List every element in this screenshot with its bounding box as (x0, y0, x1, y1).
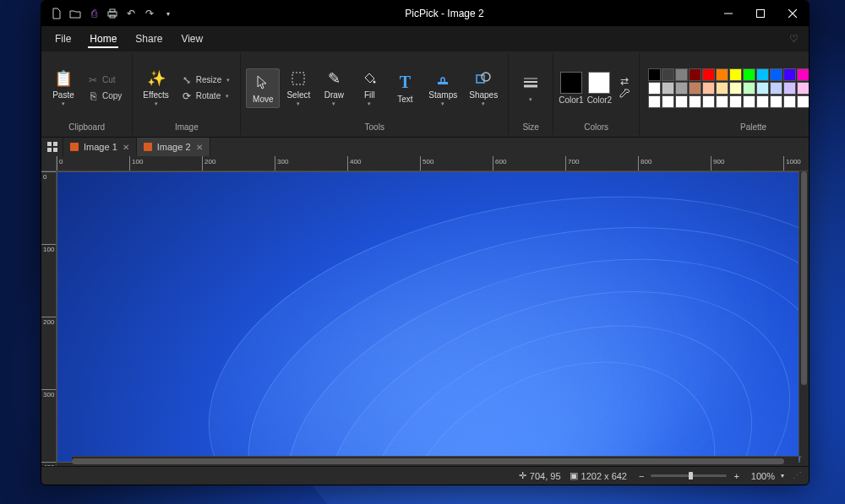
palette-swatch[interactable] (729, 82, 742, 95)
color-palette (645, 67, 810, 110)
maximize-button[interactable] (744, 1, 777, 26)
paste-label: Paste (52, 90, 74, 100)
ruler-tick-label: 1000 (786, 158, 801, 165)
palette-swatch[interactable] (770, 95, 782, 108)
copy-button[interactable]: ⎘Copy (82, 89, 127, 104)
lines-icon (522, 73, 539, 94)
palette-swatch[interactable] (743, 82, 755, 95)
cursor-icon (256, 73, 270, 93)
ruler-tick-label: 0 (43, 173, 46, 181)
qat-dropdown-icon[interactable]: ▾ (160, 5, 177, 22)
redo-icon[interactable]: ↷ (141, 5, 158, 22)
close-tab-icon[interactable]: ✕ (196, 143, 203, 152)
group-label: Size (514, 121, 548, 133)
canvas[interactable] (57, 171, 800, 463)
doc-tab-2[interactable]: Image 2✕ (137, 138, 210, 156)
favorite-icon[interactable]: ♡ (789, 33, 799, 45)
fill-tool[interactable]: Fill▾ (352, 65, 386, 111)
color2-button[interactable]: Color2 (587, 72, 612, 105)
palette-swatch[interactable] (756, 68, 769, 81)
menu-share[interactable]: Share (127, 30, 171, 48)
zoom-in-button[interactable]: + (730, 471, 742, 481)
rotate-button[interactable]: ⟳Rotate▾ (176, 89, 236, 104)
palette-swatch[interactable] (729, 68, 742, 81)
effects-button[interactable]: ✨ Effects ▾ (138, 65, 173, 111)
palette-swatch[interactable] (797, 82, 810, 95)
doc-icon (70, 143, 79, 151)
color2-swatch (588, 72, 610, 94)
menu-file[interactable]: File (46, 30, 79, 48)
palette-swatch[interactable] (702, 95, 715, 108)
ruler-tick-label: 200 (43, 318, 54, 326)
undo-icon[interactable]: ↶ (123, 5, 139, 22)
swap-colors-icon[interactable]: ⇄ (620, 75, 629, 87)
palette-swatch[interactable] (702, 82, 715, 95)
zoom-level[interactable]: 100%▾ (751, 471, 784, 481)
palette-swatch[interactable] (797, 68, 810, 81)
palette-swatch[interactable] (770, 68, 782, 81)
palette-swatch[interactable] (675, 95, 688, 108)
draw-tool[interactable]: ✎Draw▾ (317, 65, 351, 111)
paste-button[interactable]: 📋 Paste ▾ (46, 65, 80, 111)
palette-swatch[interactable] (648, 82, 661, 95)
palette-swatch[interactable] (783, 95, 796, 108)
menu-home[interactable]: Home (81, 30, 125, 48)
close-button[interactable] (777, 1, 809, 26)
shapes-tool[interactable]: Shapes▾ (464, 65, 503, 111)
stamps-tool[interactable]: Stamps▾ (423, 65, 462, 111)
menu-view[interactable]: View (172, 30, 211, 48)
cut-button[interactable]: ✂Cut (82, 73, 127, 88)
palette-swatch[interactable] (729, 95, 742, 108)
text-tool[interactable]: TText (388, 69, 422, 107)
palette-swatch[interactable] (702, 68, 715, 81)
palette-swatch[interactable] (743, 68, 755, 81)
svg-rect-20 (47, 148, 52, 152)
palette-swatch[interactable] (662, 95, 674, 108)
palette-swatch[interactable] (743, 95, 755, 108)
zoom-slider[interactable] (651, 474, 727, 477)
palette-swatch[interactable] (716, 82, 728, 95)
palette-swatch[interactable] (662, 68, 674, 81)
close-tab-icon[interactable]: ✕ (123, 143, 129, 152)
minimize-button[interactable] (712, 1, 744, 26)
size-button[interactable]: ▾ (514, 70, 548, 106)
palette-swatch[interactable] (675, 68, 688, 81)
vertical-scrollbar[interactable] (799, 171, 809, 456)
zoom-out-button[interactable]: − (635, 471, 647, 481)
color1-button[interactable]: Color1 (559, 72, 583, 105)
palette-swatch[interactable] (797, 95, 810, 108)
palette-swatch[interactable] (689, 95, 701, 108)
palette-swatch[interactable] (770, 82, 782, 95)
move-tool[interactable]: Move (246, 68, 280, 108)
print-icon[interactable] (104, 5, 121, 22)
ribbon-group-image: ✨ Effects ▾ ⤡Resize▾ ⟳Rotate▾ Image (133, 53, 241, 135)
grid-view-icon[interactable] (41, 138, 63, 156)
ribbon: 📋 Paste ▾ ✂Cut ⎘Copy Clipboard ✨ Effects… (41, 51, 809, 138)
palette-swatch[interactable] (675, 82, 688, 95)
select-tool[interactable]: Select▾ (281, 65, 315, 111)
save-icon[interactable]: ⎙ (85, 5, 102, 22)
palette-swatch[interactable] (756, 95, 769, 108)
bucket-icon (362, 68, 377, 89)
palette-swatch[interactable] (689, 68, 701, 81)
palette-swatch[interactable] (783, 68, 796, 81)
palette-swatch[interactable] (689, 82, 701, 95)
palette-swatch[interactable] (783, 82, 796, 95)
open-file-icon[interactable] (67, 5, 84, 22)
resize-button[interactable]: ⤡Resize▾ (176, 73, 236, 88)
palette-swatch[interactable] (662, 82, 674, 95)
new-file-icon[interactable] (48, 5, 65, 22)
eyedropper-icon[interactable] (619, 89, 630, 100)
chevron-down-icon: ▾ (62, 100, 65, 107)
svg-rect-10 (477, 75, 484, 83)
palette-swatch[interactable] (716, 95, 728, 108)
palette-swatch[interactable] (716, 68, 728, 81)
palette-swatch[interactable] (648, 95, 661, 108)
doc-tab-1[interactable]: Image 1✕ (63, 138, 137, 156)
palette-swatch[interactable] (756, 82, 769, 95)
canvas-area[interactable] (57, 171, 809, 466)
svg-rect-4 (757, 10, 765, 18)
resize-grip-icon[interactable]: ⋰ (793, 470, 802, 481)
palette-swatch[interactable] (648, 68, 661, 81)
horizontal-scrollbar[interactable] (72, 456, 799, 466)
